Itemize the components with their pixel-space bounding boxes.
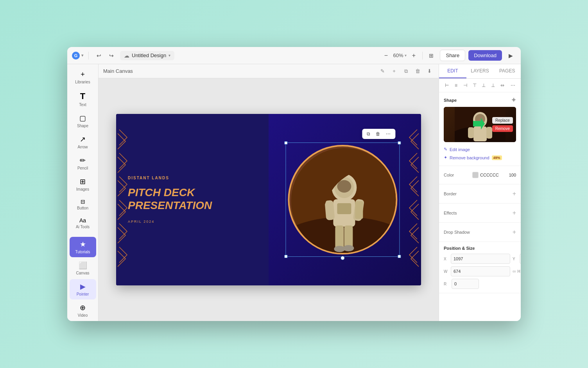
color-hex-value[interactable]: CCCCCC: [480, 173, 504, 177]
more-align-button[interactable]: ⋯: [509, 81, 517, 90]
sidebar-item-button[interactable]: ⊟ Button: [70, 195, 96, 213]
canvas-copy-button[interactable]: ⧉: [401, 67, 411, 76]
canvas-edit-button[interactable]: ✎: [378, 67, 387, 76]
tab-edit[interactable]: EDIT: [439, 64, 466, 78]
align-right-button[interactable]: ⊣: [461, 81, 469, 90]
zoom-chevron-icon: ▾: [405, 53, 407, 58]
opacity-value[interactable]: 100: [505, 173, 516, 177]
google-logo[interactable]: G ▾: [72, 52, 84, 60]
svg-rect-13: [337, 203, 351, 214]
canvas-download-button[interactable]: ⬇: [425, 67, 434, 76]
slide-right: ⧉ 🗑 ⋯: [269, 114, 421, 285]
canvas-viewport[interactable]: DISTANT LANDS PITCH DECKPRESENTATION APR…: [99, 78, 439, 321]
position-size-section: Position & Size X Y W: [439, 242, 521, 293]
redo-button[interactable]: ↪: [106, 50, 117, 61]
sidebar-item-canvas[interactable]: ⬜ Canvas: [70, 258, 96, 278]
sidebar-item-text[interactable]: T Text: [70, 88, 96, 110]
align-top-button[interactable]: ⊤: [471, 81, 479, 90]
effects-section: Effects +: [439, 204, 521, 223]
add-border-button[interactable]: +: [513, 190, 516, 197]
sidebar-item-images[interactable]: ⊞ Images: [70, 174, 96, 195]
sidebar-item-arrow[interactable]: ↗ Arrow: [70, 132, 96, 152]
align-center-v-button[interactable]: ⊥: [480, 81, 488, 90]
canvas-add-button[interactable]: +: [389, 67, 399, 76]
google-chevron: ▾: [81, 53, 84, 58]
color-section: Color CCCCCC 100: [439, 166, 521, 184]
right-panel: EDIT LAYERS PAGES ⊢ ≡ ⊣ ⊤ ⊥ ⊥ ⇔ ⋯ Shape: [439, 64, 521, 321]
add-effects-button[interactable]: +: [513, 209, 516, 216]
rotate-input[interactable]: [452, 279, 479, 289]
sidebar-item-arrow-label: Arrow: [77, 145, 88, 149]
sidebar-item-video[interactable]: ⊕ Video: [70, 300, 96, 321]
panel-tabs: EDIT LAYERS PAGES: [439, 64, 521, 79]
remove-bg-icon: ✦: [444, 155, 447, 160]
zoom-out-button[interactable]: −: [380, 50, 391, 61]
x-input[interactable]: [451, 254, 510, 264]
add-drop-shadow-button[interactable]: +: [513, 229, 516, 236]
x-input-group: X: [444, 254, 510, 264]
share-button[interactable]: Share: [440, 50, 465, 61]
handle-bl[interactable]: [284, 255, 287, 258]
ctx-delete-button[interactable]: 🗑: [374, 130, 382, 137]
position-grid: X Y W ∞ H: [444, 254, 516, 276]
shape-settings-icon[interactable]: ✦: [511, 96, 516, 104]
undo-button[interactable]: ↩: [93, 50, 104, 61]
chain-icon[interactable]: ∞: [513, 269, 516, 274]
remove-button[interactable]: Remove: [492, 125, 513, 132]
main-content: + Libraries T Text ▢ Shape ↗ Arrow ✏ Pen…: [67, 64, 521, 321]
tab-pages[interactable]: PAGES: [493, 64, 521, 78]
border-label: Border: [444, 191, 457, 196]
sidebar-item-libraries[interactable]: + Libraries: [70, 67, 96, 87]
sidebar-item-text-label: Text: [79, 103, 86, 107]
border-section: Border +: [439, 184, 521, 204]
x-label: X: [444, 257, 449, 261]
play-button[interactable]: ▶: [505, 50, 516, 61]
center-handle[interactable]: [341, 256, 344, 260]
fit-screen-button[interactable]: ⊞: [426, 50, 437, 61]
align-bottom-button[interactable]: ⊥: [489, 81, 497, 90]
replace-button[interactable]: Replace: [492, 117, 513, 124]
drop-shadow-row: Drop Shadow +: [444, 227, 516, 238]
canvas-delete-button[interactable]: 🗑: [413, 67, 422, 76]
edit-image-button[interactable]: ✎ Edit image: [444, 145, 516, 153]
divider-1: [88, 52, 89, 60]
slide[interactable]: DISTANT LANDS PITCH DECKPRESENTATION APR…: [116, 114, 421, 285]
remove-bg-badge: 49%: [492, 155, 502, 160]
svg-rect-14: [355, 201, 363, 219]
color-row: Color CCCCCC 100: [444, 170, 516, 180]
arrow-icon: ↗: [80, 135, 86, 144]
remove-background-button[interactable]: ✦ Remove background 49%: [444, 153, 516, 162]
distribute-h-button[interactable]: ⇔: [498, 81, 506, 90]
handle-tl[interactable]: [284, 141, 287, 144]
file-name-area[interactable]: ☁ Untitled Design ▾: [120, 51, 174, 60]
canvas-toolbar: Main Canvas ✎ + ⧉ 🗑 ⬇: [99, 64, 439, 78]
align-center-h-button[interactable]: ≡: [452, 81, 460, 90]
edit-image-icon: ✎: [444, 147, 447, 152]
sidebar-item-pencil-label: Pencil: [77, 166, 88, 170]
y-input[interactable]: [520, 254, 521, 264]
ctx-copy-button[interactable]: ⧉: [365, 130, 372, 137]
divider-2: [422, 52, 423, 60]
sidebar-item-shape[interactable]: ▢ Shape: [70, 111, 96, 131]
arrow-pointer-icon: [473, 118, 485, 130]
w-input[interactable]: [451, 266, 510, 276]
astronaut-circle: [288, 145, 397, 254]
file-name-label: Untitled Design: [132, 52, 166, 58]
sidebar-item-pencil[interactable]: ✏ Pencil: [70, 153, 96, 173]
sidebar-item-tutorials[interactable]: ★ Tutorials: [70, 237, 96, 257]
ctx-more-button[interactable]: ⋯: [384, 130, 392, 137]
astronaut-svg: [289, 146, 397, 254]
download-button[interactable]: Download: [468, 50, 502, 61]
astronaut-wrapper[interactable]: ⧉ 🗑 ⋯: [288, 145, 397, 254]
left-sidebar: + Libraries T Text ▢ Shape ↗ Arrow ✏ Pen…: [67, 64, 99, 321]
position-size-title: Position & Size: [444, 246, 516, 251]
rotate-row: R: [444, 279, 516, 289]
align-left-button[interactable]: ⊢: [443, 81, 451, 90]
sidebar-item-pointer[interactable]: ▶ Pointer: [70, 279, 96, 299]
tab-layers[interactable]: LAYERS: [466, 64, 494, 78]
color-swatch[interactable]: [472, 172, 479, 178]
sidebar-item-ai-tools[interactable]: Aa Ai Tools: [70, 214, 96, 232]
ai-tools-icon: Aa: [79, 217, 86, 224]
replace-remove-btns: Replace Remove: [492, 117, 513, 132]
zoom-in-button[interactable]: +: [408, 50, 419, 61]
